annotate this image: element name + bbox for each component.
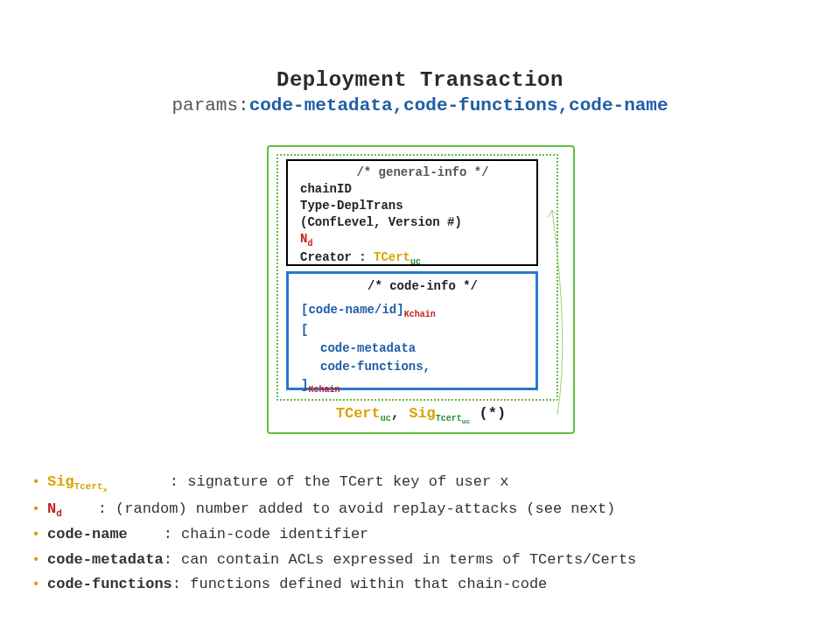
diagram-canvas: Deployment Transaction params:code-metad… xyxy=(0,0,840,630)
code-metadata-line: code-metadata xyxy=(301,340,527,358)
chain-id-line: chainID xyxy=(300,181,528,198)
code-functions-line: code-functions, xyxy=(301,358,527,376)
legend-desc: : signature of the TCert key of user x xyxy=(170,473,509,490)
legend-block: •SigTcertx : signature of the TCert key … xyxy=(24,471,803,598)
legend-term: code-functions xyxy=(47,576,172,592)
general-info-box: /* general-info */ chainID Type-DeplTran… xyxy=(286,159,538,266)
legend-text: Nd : (random) number added to avoid repl… xyxy=(47,498,615,522)
conf-line: (ConfLevel, Version #) xyxy=(300,214,528,231)
legend-text: code-metadata: can contain ACLs expresse… xyxy=(47,549,636,571)
nd-subscript: d xyxy=(307,238,312,248)
legend-text: SigTcertx : signature of the TCert key o… xyxy=(47,471,509,496)
bullet-dot-icon: • xyxy=(24,524,47,546)
creator-tcert: TCert xyxy=(374,250,410,264)
creator-line: Creator : TCertuc xyxy=(300,249,528,268)
page-title: Deployment Transaction xyxy=(0,68,840,92)
bullet-dot-icon: • xyxy=(24,472,47,494)
legend-desc: : can contain ACLs expressed in terms of… xyxy=(164,551,637,568)
legend-row: •code-functions: functions defined withi… xyxy=(24,573,803,596)
legend-term: SigTcertx xyxy=(47,473,107,490)
legend-term: code-metadata xyxy=(47,551,164,568)
sig-tcert: TCert xyxy=(336,405,381,422)
legend-text: code-functions: functions defined within… xyxy=(47,573,547,596)
transaction-dotted-box: /* general-info */ chainID Type-DeplTran… xyxy=(276,154,558,401)
general-info-comment: /* general-info */ xyxy=(318,164,528,181)
sig-tail: (*) xyxy=(470,405,506,422)
params-value: code-metadata,code-functions,code-name xyxy=(249,95,668,116)
bullet-dot-icon: • xyxy=(24,550,47,571)
code-name-id-line: [code-name/id]Kchain xyxy=(301,301,527,321)
legend-text: code-name : chain-code identifier xyxy=(47,523,368,546)
legend-desc: : chain-code identifier xyxy=(164,526,369,542)
subtitle: params:code-metadata,code-functions,code… xyxy=(0,95,840,116)
code-info-box: /* code-info */ [code-name/id]Kchain [ c… xyxy=(286,271,538,390)
sig-sig-sub: Tcertuc xyxy=(436,414,471,424)
legend-term: Nd xyxy=(47,500,62,517)
legend-term: code-name xyxy=(47,526,128,542)
type-line: Type-DeplTrans xyxy=(300,198,528,214)
transaction-outer-box: /* general-info */ chainID Type-DeplTran… xyxy=(267,145,575,434)
legend-row: •code-metadata: can contain ACLs express… xyxy=(24,549,803,571)
bullet-dot-icon: • xyxy=(24,574,47,596)
code-info-comment: /* code-info */ xyxy=(318,277,527,296)
bullet-dot-icon: • xyxy=(24,499,47,521)
legend-row: •Nd : (random) number added to avoid rep… xyxy=(24,498,803,522)
nd-line: Nd xyxy=(300,231,528,249)
legend-desc: : (random) number added to avoid replay-… xyxy=(98,500,616,517)
params-label: params: xyxy=(172,95,248,116)
sig-tcert-sub: uc xyxy=(381,414,391,424)
code-open-bracket: [ xyxy=(301,321,527,340)
title-block: Deployment Transaction params:code-metad… xyxy=(0,68,840,116)
creator-label: Creator : xyxy=(300,250,374,264)
legend-desc: : functions defined within that chain-co… xyxy=(172,576,547,592)
creator-tcert-sub: uc xyxy=(410,257,421,267)
legend-row: •SigTcertx : signature of the TCert key … xyxy=(24,471,803,496)
sig-sig: Sig xyxy=(409,405,436,422)
code-close-bracket: ]Kchain xyxy=(301,376,527,396)
signature-line: TCertuc, SigTcertuc (*) xyxy=(269,405,573,425)
legend-row: •code-name : chain-code identifier xyxy=(24,523,803,546)
